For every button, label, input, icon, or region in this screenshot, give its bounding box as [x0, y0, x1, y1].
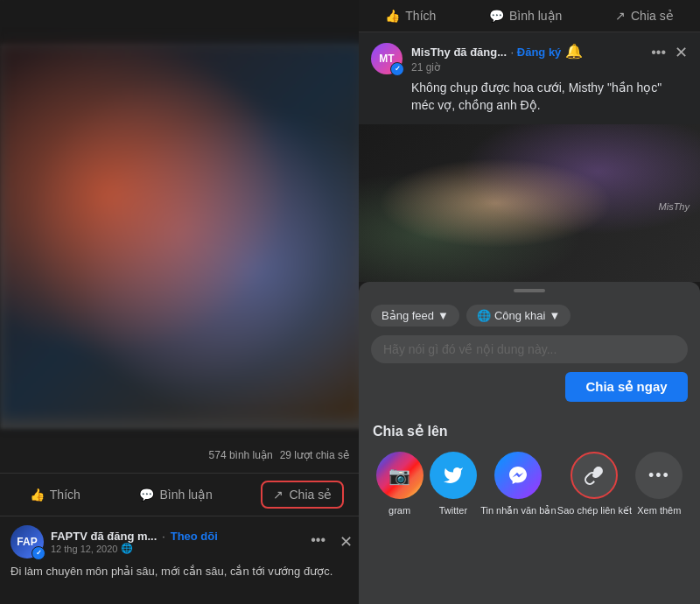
notif-author-name: MisThy đã đăng...	[411, 46, 507, 59]
comment-count: 574 bình luận	[209, 449, 273, 461]
twitter-bird-icon	[443, 465, 464, 486]
close-icon[interactable]: ✕	[340, 532, 353, 551]
share-more-item[interactable]: ••• Xem thêm	[633, 452, 685, 516]
share-icon: ↗	[273, 488, 284, 502]
post-text: Đi làm chuyên môn phải sâu, mới cắn sâu,…	[10, 564, 353, 579]
feed-dropdown[interactable]: Bảng feed ▼	[371, 305, 459, 327]
top-share-icon: ↗	[615, 9, 626, 23]
top-comment-icon: 💬	[489, 9, 504, 23]
follow-link[interactable]: Theo dõi	[171, 530, 218, 543]
comment-input-area: Bảng feed ▼ 🌐 Công khai ▼ Hãy nói gì đó …	[359, 296, 700, 411]
top-comment-button[interactable]: 💬 Bình luận	[489, 9, 562, 23]
notif-close-icon[interactable]: ✕	[675, 43, 688, 62]
comment-controls: Bảng feed ▼ 🌐 Công khai ▼	[371, 305, 688, 327]
comment-label: Bình luận	[159, 488, 212, 502]
faptv-name: FAPTV đã đăng m...	[51, 530, 157, 543]
faptv-avatar: FAP	[10, 525, 44, 558]
comment-placeholder: Hãy nói gì đó về nội dung này...	[383, 342, 556, 356]
share-label: Chia sẻ	[289, 488, 332, 502]
messenger-icon	[508, 465, 528, 486]
like-icon: 👍	[30, 488, 45, 502]
instagram-icon-circle: 📷	[376, 452, 424, 499]
more-dots-icon: •••	[648, 467, 670, 485]
post-time: 12 thg 12, 2020	[51, 544, 117, 554]
video-thumbnail[interactable]: MisThy	[359, 124, 700, 282]
post-action-bar: 👍 Thích 💬 Bình luận ↗ Chia sẻ	[0, 473, 363, 516]
messenger-label: Tin nhắn văn bản	[480, 504, 556, 516]
privacy-icon: 🌐	[121, 543, 133, 554]
copylink-icon-circle	[570, 452, 618, 499]
notif-dots-icon[interactable]: •••	[651, 45, 666, 60]
more-label: Xem thêm	[637, 504, 681, 516]
share-icons-row: 📷 gram Twitter	[373, 452, 686, 516]
twitter-icon-circle	[430, 452, 477, 499]
chevron-down-icon-2: ▼	[549, 309, 560, 322]
bell-icon: 🔔	[565, 44, 583, 59]
share-section-title: Chia sẻ lên	[373, 423, 686, 439]
dots-icon[interactable]: •••	[311, 532, 326, 551]
top-comment-label: Bình luận	[509, 9, 562, 23]
like-button[interactable]: 👍 Thích	[19, 482, 91, 507]
share-instagram-item[interactable]: 📷 gram	[374, 452, 426, 516]
like-label: Thích	[50, 488, 80, 502]
notification-card: MT MisThy đã đăng... · Đăng ký 🔔 21 giờ …	[359, 32, 700, 124]
share-section: Chia sẻ lên 📷 gram Twitter	[359, 411, 700, 525]
post-stats-bar: 574 bình luận 29 lượt chia sẻ	[0, 442, 363, 468]
chevron-down-icon: ▼	[438, 309, 449, 322]
right-panel: 👍 Thích 💬 Bình luận ↗ Chia sẻ MT MisThy …	[359, 0, 700, 604]
instagram-label: gram	[388, 504, 410, 516]
comment-icon: 💬	[139, 488, 154, 502]
share-messenger-item[interactable]: Tin nhắn văn bản	[480, 452, 556, 516]
public-dropdown[interactable]: 🌐 Công khai ▼	[466, 305, 570, 327]
modal-handle	[514, 289, 545, 292]
post-time: 21 giờ	[411, 61, 642, 74]
link-icon	[584, 465, 605, 486]
notif-text: Không chụp được hoa cưới, Misthy "hần họ…	[411, 80, 688, 114]
top-share-button[interactable]: ↗ Chia sẻ	[615, 9, 674, 23]
video-watermark: MisThy	[659, 201, 690, 212]
top-share-label: Chia sẻ	[631, 9, 674, 23]
copylink-label: Sao chép liên kết	[557, 504, 632, 516]
top-action-bar: 👍 Thích 💬 Bình luận ↗ Chia sẻ	[359, 0, 700, 32]
share-copylink-item[interactable]: Sao chép liên kết	[557, 452, 632, 516]
user-post-header: FAP FAPTV đã đăng m... · Theo dõi 12 thg…	[10, 525, 353, 558]
share-modal: Bảng feed ▼ 🌐 Công khai ▼ Hãy nói gì đó …	[359, 282, 700, 604]
public-label: Công khai	[494, 309, 546, 322]
video-thumb-inner: MisThy	[359, 124, 700, 282]
share-count: 29 lượt chia sẻ	[280, 449, 349, 461]
feed-label: Bảng feed	[382, 309, 434, 322]
top-like-icon: 👍	[385, 9, 400, 23]
top-like-button[interactable]: 👍 Thích	[385, 9, 436, 23]
post-meta: 12 thg 12, 2020 🌐	[51, 543, 304, 554]
top-like-label: Thích	[405, 9, 436, 23]
left-panel: 574 bình luận 29 lượt chia sẻ 👍 Thích 💬 …	[0, 0, 363, 604]
subscribe-link[interactable]: Đăng ký	[517, 46, 562, 59]
post-image-blurred	[0, 0, 363, 429]
globe-icon: 🌐	[477, 309, 491, 322]
notif-meta: MisThy đã đăng... · Đăng ký 🔔 21 giờ	[411, 43, 642, 74]
twitter-label: Twitter	[439, 504, 467, 516]
share-twitter-item[interactable]: Twitter	[427, 452, 480, 516]
post-options: ••• ✕	[311, 532, 353, 551]
share-button[interactable]: ↗ Chia sẻ	[261, 481, 344, 509]
blurred-image	[0, 44, 363, 420]
instagram-icon: 📷	[388, 465, 410, 486]
user-post-section: FAP FAPTV đã đăng m... · Theo dõi 12 thg…	[0, 516, 363, 604]
comment-input[interactable]: Hãy nói gì đó về nội dung này...	[371, 335, 688, 363]
notif-header: MT MisThy đã đăng... · Đăng ký 🔔 21 giờ …	[371, 43, 688, 74]
messenger-icon-circle	[494, 452, 542, 499]
share-now-button[interactable]: Chia sẻ ngay	[565, 372, 688, 402]
comment-button[interactable]: 💬 Bình luận	[129, 482, 222, 507]
misthy-avatar: MT	[371, 43, 402, 74]
more-icon-circle: •••	[635, 452, 682, 499]
